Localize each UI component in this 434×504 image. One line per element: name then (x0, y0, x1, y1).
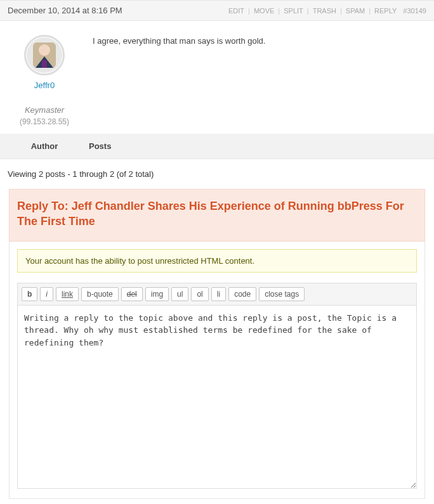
reply-section: Reply To: Jeff Chandler Shares His Exper… (0, 189, 434, 504)
author-column-header: Author (0, 141, 89, 151)
author-role: Keymaster (0, 105, 89, 115)
pagination-info: Viewing 2 posts - 1 through 2 (of 2 tota… (0, 159, 434, 189)
separator: | (307, 7, 309, 15)
notice: Your account has the ability to post unr… (17, 249, 417, 273)
qt-bquote-button[interactable]: b-quote (81, 287, 119, 301)
separator: | (278, 7, 280, 15)
svg-point-2 (39, 44, 50, 56)
qt-bold-button[interactable]: b (22, 287, 37, 301)
reply-textarea[interactable] (17, 305, 417, 489)
reply-title: Reply To: Jeff Chandler Shares His Exper… (9, 189, 425, 242)
quicktags-toolbar: b i link b-quote del img ul ol li code c… (17, 283, 417, 305)
trash-link[interactable]: TRASH (313, 7, 336, 15)
avatar-image-icon (27, 37, 62, 73)
svg-rect-3 (42, 60, 47, 68)
reply-link[interactable]: REPLY (374, 7, 397, 15)
separator: | (340, 7, 342, 15)
qt-close-button[interactable]: close tags (259, 287, 305, 301)
post-id-link[interactable]: #30149 (403, 7, 426, 15)
post-body: Jeffr0 Keymaster (99.153.28.55) I agree,… (0, 21, 434, 134)
separator: | (248, 7, 250, 15)
post-header: December 10, 2014 at 8:16 PM EDIT | MOVE… (0, 0, 434, 21)
avatar[interactable] (24, 35, 65, 75)
post-admin-links: EDIT | MOVE | SPLIT | TRASH | SPAM | REP… (228, 7, 426, 15)
spam-link[interactable]: SPAM (346, 7, 365, 15)
qt-li-button[interactable]: li (211, 287, 226, 301)
qt-img-button[interactable]: img (145, 287, 169, 301)
reply-form: Your account has the ability to post unr… (9, 242, 425, 499)
author-ip: (99.153.28.55) (0, 117, 89, 126)
post-date[interactable]: December 10, 2014 at 8:16 PM (8, 6, 122, 15)
qt-ul-button[interactable]: ul (171, 287, 188, 301)
edit-link[interactable]: EDIT (228, 7, 244, 15)
move-link[interactable]: MOVE (254, 7, 274, 15)
qt-italic-button[interactable]: i (40, 287, 53, 301)
separator: | (369, 7, 371, 15)
qt-del-button[interactable]: del (121, 287, 143, 301)
qt-ol-button[interactable]: ol (191, 287, 208, 301)
split-link[interactable]: SPLIT (284, 7, 303, 15)
author-column: Jeffr0 Keymaster (99.153.28.55) (0, 29, 89, 126)
posts-column-header: Posts (89, 141, 111, 151)
list-footer: Author Posts (0, 134, 434, 159)
qt-code-button[interactable]: code (228, 287, 256, 301)
post-content: I agree, everything that man says is wor… (89, 29, 434, 126)
author-name-link[interactable]: Jeffr0 (0, 81, 89, 90)
qt-link-button[interactable]: link (56, 287, 79, 301)
